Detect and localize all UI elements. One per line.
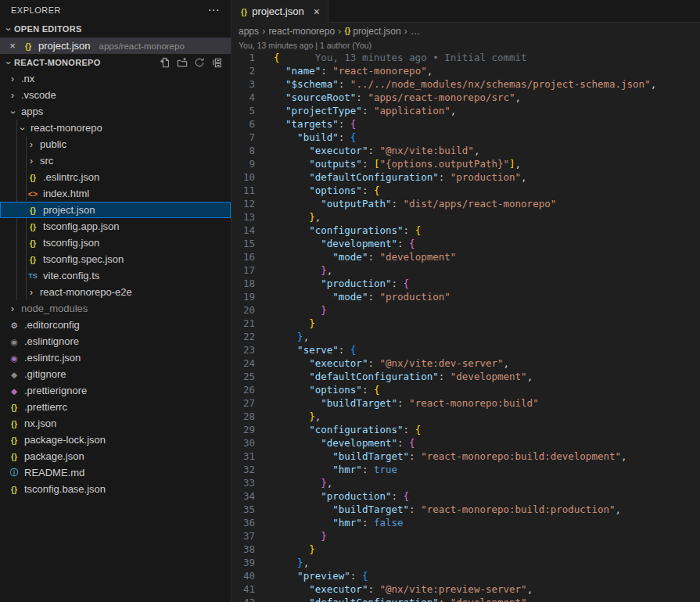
chevron-right-icon[interactable]: › <box>27 287 36 298</box>
tree-item[interactable]: TSvite.config.ts <box>0 267 231 284</box>
chevron-right-icon[interactable]: › <box>8 303 17 314</box>
code-line[interactable]: 39 }, <box>232 556 700 569</box>
line-number[interactable]: 6 <box>232 117 255 131</box>
code-line[interactable]: 34 "production": { <box>232 489 700 503</box>
code-line[interactable]: 29 "configurations": { <box>232 423 700 436</box>
line-number[interactable]: 42 <box>232 596 255 602</box>
tab-project-json[interactable]: {} project.json × <box>232 0 328 23</box>
chevron-down-icon[interactable]: › <box>17 124 28 133</box>
code-line[interactable]: 42 "defaultConfiguration": "development"… <box>232 596 700 602</box>
line-number[interactable]: 2 <box>232 64 255 77</box>
code-line[interactable]: 15 "development": { <box>232 237 700 250</box>
line-number[interactable]: 22 <box>232 330 255 343</box>
line-number[interactable]: 9 <box>232 157 255 170</box>
chevron-right-icon[interactable]: › <box>27 139 36 150</box>
tree-item[interactable]: {}.eslintrc.json <box>0 169 231 185</box>
code-line[interactable]: 3 "$schema": "../../node_modules/nx/sche… <box>232 77 700 91</box>
code-line[interactable]: 31 "buildTarget": "react-monorepo:build:… <box>232 450 700 463</box>
line-number[interactable]: 27 <box>232 396 255 410</box>
tree-item[interactable]: {}tsconfig.base.json <box>0 481 231 497</box>
line-number[interactable]: 37 <box>232 529 255 543</box>
code-line[interactable]: 19 "mode": "production" <box>232 290 700 303</box>
tree-item[interactable]: {}package-lock.json <box>0 432 231 448</box>
line-number[interactable]: 16 <box>232 250 255 263</box>
tree-item[interactable]: ›.vscode <box>0 87 231 103</box>
line-number[interactable]: 30 <box>232 436 255 450</box>
code-line[interactable]: 22 }, <box>232 330 700 343</box>
code-line[interactable]: 5 "projectType": "application", <box>232 104 700 117</box>
breadcrumb-item[interactable]: react-monorepo <box>268 26 335 37</box>
tree-item[interactable]: ›react-monorepo <box>0 120 231 136</box>
tree-item[interactable]: ◉.eslintrc.json <box>0 349 231 366</box>
tree-item[interactable]: {}project.json <box>0 202 231 218</box>
line-number[interactable]: 36 <box>232 516 255 529</box>
line-number[interactable]: 39 <box>232 556 255 569</box>
code-line[interactable]: 41 "executor": "@nx/vite:preview-server"… <box>232 582 700 596</box>
line-number[interactable]: 3 <box>232 77 255 91</box>
code-line[interactable]: 4 "sourceRoot": "apps/react-monorepo/src… <box>232 91 700 104</box>
code-line[interactable]: 7 "build": { <box>232 131 700 144</box>
code-line[interactable]: 6 "targets": { <box>232 117 700 131</box>
line-number[interactable]: 19 <box>232 290 255 303</box>
line-number[interactable]: 10 <box>232 170 255 184</box>
code-line[interactable]: 20 } <box>232 303 700 317</box>
breadcrumb-item[interactable]: {}project.json <box>344 26 400 37</box>
code-line[interactable]: 28 }, <box>232 410 700 423</box>
code-line[interactable]: 8 "executor": "@nx/vite:build", <box>232 144 700 157</box>
breadcrumb-item[interactable]: … <box>411 26 420 37</box>
tree-item[interactable]: <>index.html <box>0 185 231 202</box>
new-file-icon[interactable] <box>159 56 171 69</box>
code-line[interactable]: 9 "outputs": ["{options.outputPath}"], <box>232 157 700 170</box>
line-number[interactable]: 12 <box>232 197 255 210</box>
line-number[interactable]: 5 <box>232 104 255 117</box>
code-line[interactable]: 36 "hmr": false <box>232 516 700 529</box>
tree-item[interactable]: ⓘREADME.md <box>0 464 231 481</box>
code-line[interactable]: 1{ You, 13 minutes ago • Initial commit <box>232 51 700 64</box>
tree-item[interactable]: ◆.prettierignore <box>0 382 231 399</box>
code-line[interactable]: 24 "executor": "@nx/vite:dev-server", <box>232 357 700 370</box>
line-number[interactable]: 8 <box>232 144 255 157</box>
chevron-right-icon[interactable]: › <box>27 156 36 167</box>
close-icon[interactable]: × <box>7 40 18 52</box>
tree-item[interactable]: ›apps <box>0 103 231 120</box>
line-number[interactable]: 21 <box>232 317 255 330</box>
line-number[interactable]: 23 <box>232 343 255 357</box>
open-editor-item[interactable]: ×{}project.jsonapps/react-monorepo <box>0 38 231 54</box>
line-number[interactable]: 1 <box>232 51 255 64</box>
tree-item[interactable]: {}tsconfig.app.json <box>0 218 231 235</box>
tree-item[interactable]: {}package.json <box>0 448 231 464</box>
code-line[interactable]: 10 "defaultConfiguration": "production", <box>232 170 700 184</box>
line-number[interactable]: 34 <box>232 489 255 503</box>
code-line[interactable]: 13 }, <box>232 210 700 224</box>
refresh-icon[interactable] <box>193 56 206 69</box>
line-number[interactable]: 13 <box>232 210 255 224</box>
tree-item[interactable]: ◆.gitignore <box>0 366 231 382</box>
line-number[interactable]: 41 <box>232 582 255 596</box>
line-number[interactable]: 24 <box>232 357 255 370</box>
code-line[interactable]: 30 "development": { <box>232 436 700 450</box>
code-line[interactable]: 23 "serve": { <box>232 343 700 357</box>
code-line[interactable]: 37 } <box>232 529 700 543</box>
code-area[interactable]: 1{ You, 13 minutes ago • Initial commit2… <box>232 51 700 602</box>
open-editors-header[interactable]: › OPEN EDITORS <box>0 20 231 38</box>
line-number[interactable]: 31 <box>232 450 255 463</box>
code-line[interactable]: 14 "configurations": { <box>232 224 700 237</box>
tree-item[interactable]: ›react-monorepo-e2e <box>0 284 231 300</box>
line-number[interactable]: 14 <box>232 224 255 237</box>
code-line[interactable]: 35 "buildTarget": "react-monorepo:build:… <box>232 503 700 516</box>
code-line[interactable]: 21 } <box>232 317 700 330</box>
tree-item[interactable]: {}nx.json <box>0 415 231 432</box>
code-line[interactable]: 12 "outputPath": "dist/apps/react-monore… <box>232 197 700 210</box>
code-line[interactable]: 33 }, <box>232 476 700 489</box>
line-number[interactable]: 17 <box>232 263 255 277</box>
line-number[interactable]: 20 <box>232 303 255 317</box>
new-folder-icon[interactable] <box>176 56 188 69</box>
tree-item[interactable]: ◉.eslintignore <box>0 333 231 349</box>
line-number[interactable]: 4 <box>232 91 255 104</box>
line-number[interactable]: 25 <box>232 370 255 383</box>
tree-item[interactable]: ⚙.editorconfig <box>0 317 231 333</box>
line-number[interactable]: 40 <box>232 569 255 582</box>
line-number[interactable]: 11 <box>232 184 255 197</box>
tree-item[interactable]: ›.nx <box>0 70 231 87</box>
line-number[interactable]: 7 <box>232 131 255 144</box>
